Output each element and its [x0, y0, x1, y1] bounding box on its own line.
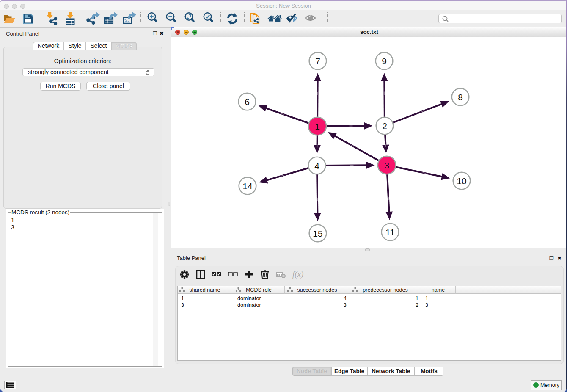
- svg-text:11: 11: [385, 227, 395, 237]
- svg-text:2: 2: [382, 121, 387, 131]
- svg-text:7: 7: [315, 56, 320, 66]
- svg-text:6: 6: [245, 97, 250, 107]
- svg-text:14: 14: [242, 181, 253, 191]
- svg-text:10: 10: [457, 176, 466, 186]
- svg-text:f(x): f(x): [292, 270, 303, 279]
- svg-text:9: 9: [382, 56, 387, 66]
- svg-text:3: 3: [384, 160, 389, 170]
- svg-text:15: 15: [313, 229, 322, 238]
- svg-text:1: 1: [315, 121, 320, 131]
- svg-text:4: 4: [314, 161, 319, 171]
- svg-text:8: 8: [458, 92, 463, 102]
